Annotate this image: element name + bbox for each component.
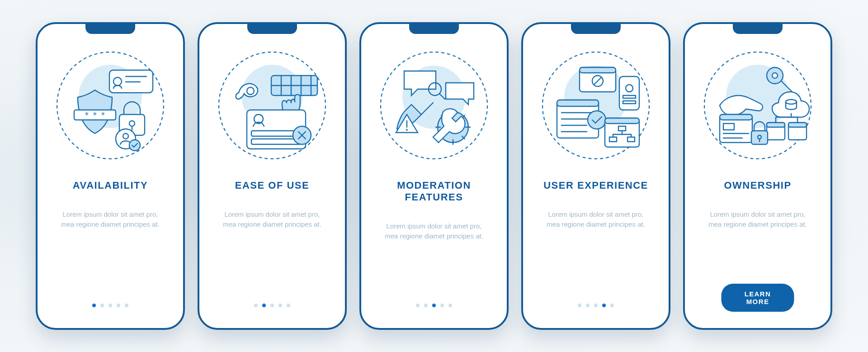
pager-dot[interactable] bbox=[262, 304, 266, 307]
pager-dot[interactable] bbox=[610, 304, 614, 307]
svg-rect-55 bbox=[619, 76, 639, 110]
pager-dots bbox=[254, 304, 290, 307]
pager-dot[interactable] bbox=[117, 304, 120, 307]
ownership-icon bbox=[699, 47, 816, 164]
pager-dot[interactable] bbox=[287, 304, 290, 307]
svg-rect-81 bbox=[720, 114, 752, 120]
pager-dot[interactable] bbox=[270, 304, 274, 307]
svg-point-13 bbox=[129, 140, 140, 151]
screen-title: USER EXPERIENCE bbox=[543, 180, 648, 191]
phone-ease-of-use: EASE OF USE Lorem ipsum dolor sit amet p… bbox=[198, 22, 347, 330]
pager-dot[interactable] bbox=[440, 304, 444, 307]
svg-point-65 bbox=[588, 111, 606, 129]
pager-dot[interactable] bbox=[432, 304, 436, 307]
onboarding-stage: ＊＊＊ AVAILABILITY Lorem ipsum dolor sit a… bbox=[9, 22, 859, 330]
availability-icon: ＊＊＊ bbox=[52, 47, 169, 164]
pager-dots bbox=[578, 304, 614, 307]
phone-notch bbox=[85, 24, 135, 34]
pager-dot[interactable] bbox=[125, 304, 128, 307]
phone-availability: ＊＊＊ AVAILABILITY Lorem ipsum dolor sit a… bbox=[36, 22, 185, 330]
svg-rect-88 bbox=[788, 123, 807, 127]
phone-notch bbox=[409, 24, 459, 34]
svg-rect-86 bbox=[767, 123, 785, 127]
screen-title: MODERATION FEATURES bbox=[374, 180, 494, 203]
pager-dot[interactable] bbox=[602, 304, 606, 307]
screen-description: Lorem ipsum dolor sit amet pro, mea regi… bbox=[56, 209, 165, 229]
svg-rect-67 bbox=[605, 118, 639, 124]
phone-notch bbox=[733, 24, 783, 34]
pager-dots bbox=[416, 304, 452, 307]
screen-title: EASE OF USE bbox=[235, 180, 309, 191]
moderation-features-icon bbox=[375, 47, 493, 164]
user-experience-icon bbox=[537, 47, 655, 164]
pager-dot[interactable] bbox=[594, 304, 598, 307]
pager-dot[interactable] bbox=[278, 304, 282, 307]
pager-dot[interactable] bbox=[448, 304, 452, 307]
screen-description: Lorem ipsum dolor sit amet pro, mea regi… bbox=[542, 209, 650, 229]
svg-text:＊＊＊: ＊＊＊ bbox=[83, 110, 107, 119]
phone-moderation: MODERATION FEATURES Lorem ipsum dolor si… bbox=[359, 22, 509, 330]
ease-of-use-icon bbox=[213, 47, 331, 164]
learn-more-button[interactable]: LEARN MORE bbox=[722, 284, 794, 312]
svg-point-38 bbox=[406, 129, 408, 131]
phone-ownership: OWNERSHIP Lorem ipsum dolor sit amet pro… bbox=[683, 22, 832, 330]
svg-point-78 bbox=[772, 73, 778, 78]
pager-dot[interactable] bbox=[586, 304, 590, 307]
phone-user-experience: USER EXPERIENCE Lorem ipsum dolor sit am… bbox=[521, 22, 670, 330]
svg-rect-60 bbox=[557, 100, 599, 106]
svg-rect-52 bbox=[580, 67, 616, 73]
pager-dot[interactable] bbox=[92, 304, 96, 307]
phone-notch bbox=[571, 24, 621, 34]
pager-dots bbox=[92, 304, 128, 307]
screen-description: Lorem ipsum dolor sit amet pro, mea regi… bbox=[380, 221, 488, 241]
screen-description: Lorem ipsum dolor sit amet pro, mea regi… bbox=[218, 209, 326, 229]
phone-notch bbox=[247, 24, 297, 34]
pager-dot[interactable] bbox=[100, 304, 104, 307]
pager-dot[interactable] bbox=[254, 304, 258, 307]
screen-title: AVAILABILITY bbox=[73, 180, 148, 191]
svg-rect-93 bbox=[751, 131, 768, 144]
pager-dot[interactable] bbox=[424, 304, 428, 307]
pager-dot[interactable] bbox=[416, 304, 420, 307]
pager-dot[interactable] bbox=[108, 304, 112, 307]
screen-title: OWNERSHIP bbox=[724, 180, 791, 191]
screen-description: Lorem ipsum dolor sit amet pro, mea regi… bbox=[703, 209, 812, 229]
pager-dot[interactable] bbox=[578, 304, 581, 307]
